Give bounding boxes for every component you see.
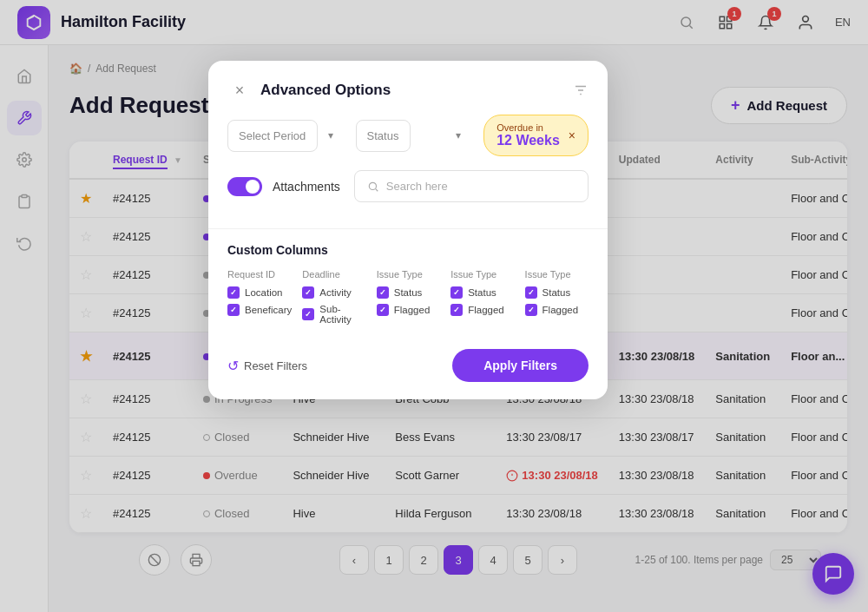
reset-label: Reset Filters	[244, 359, 307, 372]
checkbox-sub-activity-input[interactable]	[302, 308, 314, 320]
checkbox-status-1: Status	[377, 286, 440, 299]
checkbox-status-1-label: Status	[394, 287, 423, 298]
col-group-header-3: Issue Type	[377, 269, 440, 280]
column-group-1: Request ID Location Beneficary	[227, 269, 292, 325]
checkbox-sub-activity-label: Sub-Activity	[319, 304, 365, 325]
apply-label: Apply Filters	[483, 359, 557, 372]
col-group-header-2: Deadline	[302, 269, 365, 280]
col-group-header-5: Issue Type	[525, 269, 589, 280]
checkbox-sub-activity: Sub-Activity	[302, 304, 365, 325]
checkbox-beneficiary: Beneficary	[227, 304, 292, 316]
checkbox-flagged-2-label: Flagged	[468, 305, 504, 315]
reset-filters-button[interactable]: ↺ Reset Filters	[227, 358, 307, 374]
period-status-row: Select Period Status Overdue in 12 Weeks…	[227, 115, 589, 156]
period-select-wrapper: Select Period	[227, 120, 344, 152]
checkbox-activity-label: Activity	[319, 287, 351, 298]
attachments-label: Attachments	[273, 180, 340, 194]
close-icon: ×	[235, 82, 245, 100]
modal-body: Select Period Status Overdue in 12 Weeks…	[208, 115, 608, 399]
checkbox-flagged-1-label: Flagged	[394, 305, 431, 315]
column-group-2: Deadline Activity Sub-Activity	[302, 269, 365, 325]
modal-header-right	[573, 82, 589, 98]
column-group-3: Issue Type Status Flagged	[377, 269, 440, 325]
modal-search-placeholder: Search here	[386, 180, 448, 193]
column-group-5: Issue Type Status Flagged	[525, 269, 589, 325]
modal-overlay[interactable]: × Advanced Options Select Period	[0, 0, 868, 612]
overdue-label: Overdue in	[496, 122, 560, 133]
checkbox-beneficiary-label: Beneficary	[245, 305, 292, 315]
modal-header: × Advanced Options	[208, 61, 608, 115]
attachments-toggle[interactable]	[227, 177, 262, 196]
period-select[interactable]: Select Period	[227, 120, 318, 152]
custom-columns-title: Custom Columns	[227, 243, 589, 257]
overdue-chip-close[interactable]: ×	[569, 129, 575, 141]
checkbox-status-3: Status	[525, 286, 589, 299]
column-group-4: Issue Type Status Flagged	[450, 269, 514, 325]
toggle-search-row: Attachments Search here	[227, 170, 589, 216]
checkbox-flagged-3: Flagged	[525, 304, 589, 316]
filter-settings-icon[interactable]	[573, 82, 589, 98]
checkbox-status-1-input[interactable]	[377, 286, 389, 299]
custom-columns-grid: Request ID Location Beneficary Deadline	[227, 269, 589, 325]
reset-icon: ↺	[227, 358, 239, 374]
status-select[interactable]: Status	[356, 120, 411, 152]
modal-search-field[interactable]: Search here	[354, 170, 589, 202]
status-select-wrapper: Status	[356, 120, 472, 152]
checkbox-activity: Activity	[302, 286, 365, 299]
checkbox-flagged-1-input[interactable]	[377, 304, 389, 316]
checkbox-beneficiary-input[interactable]	[227, 304, 240, 316]
checkbox-status-3-label: Status	[542, 287, 571, 298]
col-group-header-4: Issue Type	[450, 269, 514, 280]
checkbox-location-label: Location	[245, 287, 282, 298]
checkbox-activity-input[interactable]	[302, 286, 314, 299]
apply-filters-button[interactable]: Apply Filters	[452, 349, 589, 382]
overdue-value: 12 Weeks	[496, 133, 560, 148]
attachments-toggle-row: Attachments	[227, 177, 340, 196]
modal-title: Advanced Options	[260, 82, 391, 99]
checkbox-flagged-2-input[interactable]	[450, 304, 463, 316]
svg-line-21	[376, 188, 378, 191]
checkbox-location: Location	[227, 286, 292, 299]
checkbox-status-3-input[interactable]	[525, 286, 537, 299]
checkbox-flagged-2: Flagged	[450, 304, 514, 316]
modal-close-button[interactable]: ×	[227, 78, 252, 102]
modal-footer: ↺ Reset Filters Apply Filters	[227, 342, 589, 382]
checkbox-status-2-label: Status	[468, 287, 496, 298]
checkbox-status-2: Status	[450, 286, 514, 299]
overdue-chip: Overdue in 12 Weeks ×	[483, 115, 589, 156]
checkbox-flagged-3-label: Flagged	[542, 305, 579, 315]
advanced-options-modal: × Advanced Options Select Period	[208, 61, 608, 399]
checkbox-status-2-input[interactable]	[450, 286, 463, 299]
checkbox-location-input[interactable]	[227, 286, 240, 299]
col-group-header-1: Request ID	[227, 269, 292, 280]
modal-divider	[208, 228, 608, 229]
svg-point-20	[369, 182, 376, 189]
checkbox-flagged-3-input[interactable]	[525, 304, 537, 316]
checkbox-flagged-1: Flagged	[377, 304, 440, 316]
modal-search-icon	[367, 181, 379, 193]
